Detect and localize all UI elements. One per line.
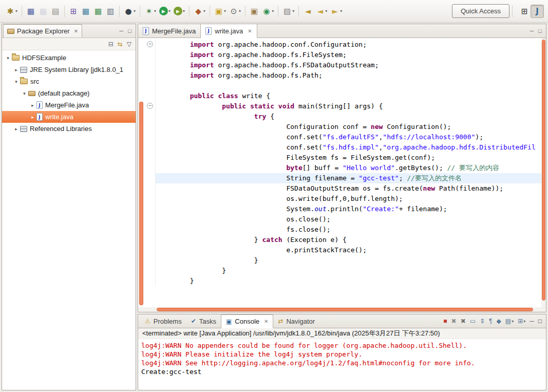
dropdown-arrow-icon[interactable]: ▾ (224, 9, 226, 13)
code-line[interactable]: import org.apache.hadoop.fs.Path; (138, 70, 541, 81)
quick-access-button[interactable]: Quick Access (452, 4, 509, 18)
word-wrap-icon[interactable]: ¶ (489, 318, 492, 325)
code-line[interactable]: public class write { (138, 91, 541, 101)
show-stdout-icon[interactable]: ▤▾ (505, 318, 514, 325)
tree-item-default-package[interactable]: ▾(default package) (2, 87, 136, 99)
horizontal-scrollbar-thumb[interactable] (157, 308, 533, 311)
code-line[interactable]: System.out.println("Create:"+ filename); (138, 204, 541, 214)
tree-collapsed-icon[interactable]: ▸ (29, 115, 36, 120)
code-line[interactable]: − import org.apache.hadoop.conf.Configur… (138, 40, 541, 50)
fold-collapse-icon[interactable]: − (147, 41, 153, 47)
code-line[interactable]: String filename = "gcc-test"; //要写入的文件名 (138, 173, 541, 183)
run-icon[interactable]: ▶▾ (158, 5, 172, 18)
editor-vertical-scrollbar[interactable] (541, 38, 546, 307)
dropdown-arrow-icon[interactable]: ▾ (168, 9, 171, 13)
fold-collapse-icon[interactable]: − (147, 103, 153, 109)
code-line[interactable]: import org.apache.hadoop.fs.FileSystem; (138, 50, 541, 60)
dropdown-arrow-icon[interactable]: ▾ (272, 9, 274, 13)
tab-mergefile-java[interactable]: JMergeFile.java (138, 24, 201, 38)
tab-tasks[interactable]: ✔Tasks (186, 314, 221, 328)
terminate-icon[interactable]: ■ (443, 318, 447, 325)
tree-collapsed-icon[interactable]: ▸ (29, 103, 36, 108)
last-edit-location-icon[interactable]: ◄ (301, 5, 314, 18)
vertical-scrollbar-thumb[interactable] (542, 40, 545, 301)
tree-expanded-icon[interactable]: ▾ (21, 91, 28, 96)
debug-icon[interactable]: ✶▾ (143, 5, 158, 18)
package-explorer-view-tab[interactable]: Package Explorer ✕ (3, 24, 82, 38)
minimize-editor-icon[interactable]: ─ (530, 28, 534, 34)
code-line[interactable]: Configuration conf = new Configuration()… (138, 122, 541, 132)
coverage-session-icon[interactable]: ▦ (92, 5, 104, 18)
code-line[interactable]: e.printStackTrace(); (138, 245, 541, 255)
coverage-icon[interactable]: ▶▾ (172, 5, 186, 18)
dropdown-arrow-icon[interactable]: ▾ (239, 9, 241, 13)
external-tools-icon[interactable]: ◆▾ (192, 5, 207, 18)
tree-collapsed-icon[interactable]: ▸ (12, 67, 20, 72)
dropdown-arrow-icon[interactable]: ▾ (15, 9, 17, 13)
tree-expanded-icon[interactable]: ▾ (4, 55, 12, 61)
java-perspective-icon[interactable]: J (531, 5, 544, 18)
back-icon[interactable]: ◄▾ (314, 5, 329, 18)
clear-console-icon[interactable]: ▭ (470, 318, 476, 325)
code-line[interactable]: import org.apache.hadoop.fs.FSDataOutput… (138, 60, 541, 70)
dropdown-arrow-icon[interactable]: ▾ (134, 9, 136, 13)
minimize-view-icon[interactable]: ─ (120, 28, 124, 34)
dropdown-arrow-icon[interactable]: ▾ (292, 9, 294, 13)
code-area[interactable]: − import org.apache.hadoop.conf.Configur… (138, 38, 541, 307)
dropdown-arrow-icon[interactable]: ▾ (203, 9, 205, 13)
tree-item-hdfsexample[interactable]: ▾HDFSExample (2, 52, 136, 64)
search-icon[interactable]: ⊙▾ (228, 5, 242, 18)
code-line[interactable] (138, 81, 541, 91)
tree-item-jre-system-library[interactable]: ▸JRE System Library [jdk1.8.0_1 (2, 64, 136, 76)
close-tab-icon[interactable]: ✕ (264, 319, 268, 324)
forward-icon[interactable]: ►▾ (329, 5, 344, 18)
remove-launch-icon[interactable]: ✖ (451, 318, 457, 325)
scroll-lock-icon[interactable]: ⇕ (480, 318, 485, 325)
new-wizard-icon[interactable]: ✱▾ (4, 5, 19, 18)
code-line[interactable]: fs.close(); (138, 225, 541, 235)
dropdown-arrow-icon[interactable]: ▾ (154, 9, 156, 13)
print-icon[interactable]: ▤ (49, 5, 62, 18)
collapse-all-icon[interactable]: ⊟ (108, 41, 114, 48)
tab-navigator[interactable]: ⇄Navigator (273, 314, 319, 328)
dropdown-arrow-icon[interactable]: ▾ (523, 319, 525, 324)
tree-item-src[interactable]: ▾src (2, 76, 136, 87)
dropdown-arrow-icon[interactable]: ▾ (183, 9, 185, 13)
dropdown-arrow-icon[interactable]: ▾ (325, 9, 327, 13)
open-console-icon[interactable]: ⊞▾ (518, 318, 525, 325)
dropdown-arrow-icon[interactable]: ▾ (512, 319, 514, 324)
tree-item-write-java[interactable]: ▸Jwrite.java (2, 111, 136, 123)
save-icon[interactable]: ▦ (25, 5, 37, 18)
tree-item-referenced-libraries[interactable]: ▸Referenced Libraries (2, 123, 136, 135)
link-with-editor-icon[interactable]: ⇆ (118, 41, 123, 48)
code-line[interactable]: FileSystem fs = FileSystem.get(conf); (138, 153, 541, 163)
tab-problems[interactable]: ⚠Problems (140, 314, 186, 328)
new-java-project-icon[interactable]: ⊞ (67, 5, 80, 18)
code-line[interactable]: } (138, 276, 541, 286)
maximize-editor-icon[interactable]: □ (538, 28, 542, 34)
code-line[interactable]: } catch (Exception e) { (138, 235, 541, 245)
tab-console[interactable]: ▣Console✕ (221, 314, 273, 328)
mark-occurrences-icon[interactable]: ▨▾ (281, 5, 296, 18)
profile-icon[interactable]: ●▾ (122, 5, 137, 18)
code-line[interactable]: byte[] buff = "Hello world".getBytes(); … (138, 163, 541, 173)
code-line[interactable]: try { (138, 111, 541, 122)
close-tab-icon[interactable]: ✕ (248, 28, 252, 34)
tree-item-mergefile-java[interactable]: ▸JMergeFile.java (2, 99, 136, 111)
tree-expanded-icon[interactable]: ▾ (12, 79, 20, 84)
code-line[interactable]: } (138, 266, 541, 276)
code-line[interactable]: os.write(buff,0,buff.length); (138, 194, 541, 204)
tab-write-java[interactable]: Jwrite.java✕ (201, 24, 257, 38)
view-menu-icon[interactable]: ▽ (127, 41, 131, 48)
code-line[interactable]: conf.set("fs.defaultFS","hdfs://localhos… (138, 132, 541, 142)
pin-console-icon[interactable]: ◆ (497, 318, 501, 325)
show-table-icon[interactable]: ▥ (104, 5, 117, 18)
remove-all-launches-icon[interactable]: ✖ (461, 318, 466, 325)
code-line[interactable]: conf.set("fs.hdfs.impl","org.apache.hado… (138, 142, 541, 153)
code-line[interactable]: − public static void main(String[] args)… (138, 101, 541, 111)
close-view-icon[interactable]: ✕ (74, 28, 78, 34)
new-class-icon[interactable]: ◉▾ (260, 5, 275, 18)
dropdown-arrow-icon[interactable]: ▾ (340, 9, 342, 13)
new-web-project-icon[interactable]: ▦ (80, 5, 92, 18)
code-line[interactable]: FSDataOutputStream os = fs.create(new Pa… (138, 183, 541, 194)
